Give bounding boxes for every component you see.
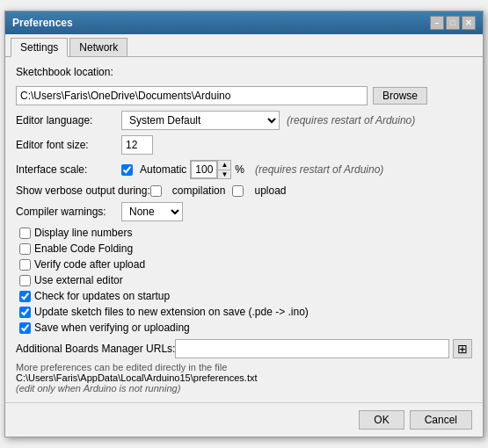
update-sketch-label[interactable]: Update sketch files to new extension on … [34,306,309,318]
external-editor-label[interactable]: Use external editor [34,274,123,286]
preferences-dialog: Preferences – □ ✕ Settings Network Sketc… [4,11,484,437]
sketchbook-row: Sketchbook location: [16,66,472,81]
upload-checkbox[interactable] [232,185,244,197]
cancel-button[interactable]: Cancel [410,410,472,430]
additional-boards-button[interactable]: ⊞ [453,339,472,358]
check-updates-label[interactable]: Check for updates on startup [34,290,170,302]
checkbox-check-updates: Check for updates on startup [16,290,472,302]
close-button[interactable]: ✕ [462,16,476,30]
settings-content: Sketchbook location: Browse Editor langu… [5,57,483,402]
font-size-input[interactable] [121,135,153,155]
display-line-checkbox[interactable] [19,228,31,239]
maximize-button[interactable]: □ [446,16,460,30]
spin-down-button[interactable]: ▼ [218,170,230,179]
tab-bar: Settings Network [5,34,483,57]
info-line-3: (edit only when Arduino is not running) [16,383,472,394]
additional-boards-label: Additional Boards Manager URLs: [16,343,175,355]
upload-label[interactable]: upload [254,184,286,197]
sketchbook-input[interactable] [16,86,368,105]
info-line-1: More preferences can be edited directly … [16,362,472,372]
verbose-row: Show verbose output during: compilation … [16,184,472,197]
checkbox-external-editor: Use external editor [16,274,472,286]
dialog-title: Preferences [12,17,73,29]
code-folding-label[interactable]: Enable Code Folding [34,242,133,255]
font-size-row: Editor font size: [16,135,472,155]
checkbox-code-folding: Enable Code Folding [16,242,472,255]
interface-scale-controls: Automatic ▲ ▼ % (requires restart of Ard… [121,160,383,179]
info-line-2: C:\Users\Faris\AppData\Local\Arduino15\p… [16,372,472,383]
checkbox-save-verifying: Save when verifying or uploading [16,322,472,334]
tab-settings[interactable]: Settings [11,38,68,57]
check-updates-checkbox[interactable] [19,291,31,302]
compilation-checkbox[interactable] [150,185,162,197]
checkbox-update-sketch: Update sketch files to new extension on … [16,306,472,318]
spinner-buttons: ▲ ▼ [217,161,230,178]
interface-scale-row: Interface scale: Automatic ▲ ▼ % (requir… [16,160,472,179]
spin-up-button[interactable]: ▲ [218,161,230,170]
verbose-controls: compilation upload [150,184,287,197]
additional-boards-row: Additional Boards Manager URLs: ⊞ [16,339,472,358]
verify-upload-label[interactable]: Verify code after upload [34,258,145,271]
language-restart-note: (requires restart of Arduino) [287,114,415,126]
tab-network[interactable]: Network [69,38,127,56]
ok-button[interactable]: OK [359,410,404,430]
browse-button[interactable]: Browse [373,87,427,105]
editor-language-row: Editor language: System Default English … [16,111,472,130]
percent-symbol: % [235,163,244,176]
compilation-label[interactable]: compilation [172,184,226,197]
info-section: More preferences can be edited directly … [16,362,472,394]
display-line-label[interactable]: Display line numbers [34,227,132,239]
code-folding-checkbox[interactable] [19,243,31,255]
compiler-warnings-label: Compiler warnings: [16,206,121,218]
font-size-label: Editor font size: [16,139,121,151]
external-editor-checkbox[interactable] [19,275,31,286]
scale-value-input[interactable] [191,161,217,178]
compiler-warnings-select[interactable]: None Default More All [121,202,183,221]
update-sketch-checkbox[interactable] [19,307,31,318]
save-verifying-checkbox[interactable] [19,322,31,334]
title-bar-buttons: – □ ✕ [430,16,476,30]
scale-restart-note: (requires restart of Arduino) [255,163,383,176]
minimize-button[interactable]: – [430,16,444,30]
verbose-label: Show verbose output during: [16,184,150,197]
additional-boards-input[interactable] [175,339,449,358]
automatic-checkbox[interactable] [121,164,133,176]
editor-language-select[interactable]: System Default English French German Spa… [121,111,280,130]
editor-language-label: Editor language: [16,114,121,126]
save-verifying-label[interactable]: Save when verifying or uploading [34,322,190,334]
compiler-warnings-row: Compiler warnings: None Default More All [16,202,472,221]
footer: OK Cancel [5,402,483,437]
grid-icon: ⊞ [457,342,468,356]
automatic-label[interactable]: Automatic [140,163,186,176]
scale-spinner: ▲ ▼ [190,160,231,179]
title-bar: Preferences – □ ✕ [5,11,483,34]
sketchbook-input-row: Browse [16,86,472,105]
interface-scale-label: Interface scale: [16,163,121,176]
checkbox-verify-upload: Verify code after upload [16,258,472,271]
sketchbook-label: Sketchbook location: [16,66,113,78]
verify-upload-checkbox[interactable] [19,259,31,271]
checkbox-display-line: Display line numbers [16,227,472,239]
